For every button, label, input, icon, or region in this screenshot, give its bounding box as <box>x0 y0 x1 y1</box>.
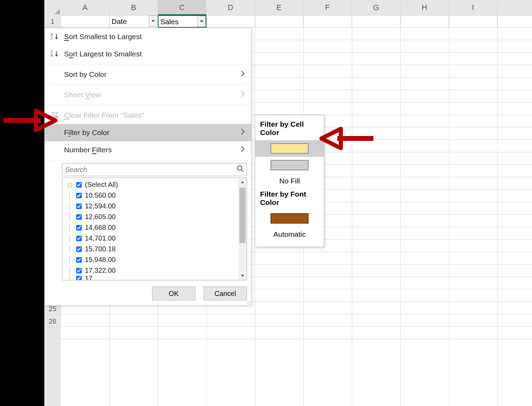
filter-dropdown-button[interactable] <box>197 16 206 27</box>
sort-asc-icon: AZ <box>49 33 61 41</box>
filter-value-checkbox[interactable] <box>76 246 82 252</box>
cell-A1[interactable] <box>61 15 109 28</box>
column-header-I[interactable]: I <box>449 0 497 15</box>
decorative-black-strip <box>0 0 44 406</box>
chevron-right-icon <box>241 128 245 137</box>
annotation-arrow-left <box>0 107 97 134</box>
filter-dropdown-button[interactable] <box>149 16 157 27</box>
cell-D1[interactable] <box>206 15 255 28</box>
filter-value-label: 14,668.00 <box>85 224 116 232</box>
sort-by-color[interactable]: Sort by Color <box>45 66 251 83</box>
column-header-A[interactable]: A <box>61 0 109 15</box>
filter-value-label: 15,700.18 <box>85 245 116 253</box>
cell-color-option-2[interactable] <box>255 157 324 173</box>
cell-I1[interactable] <box>449 15 497 28</box>
svg-point-4 <box>238 166 242 170</box>
filter-value-item[interactable]: ┆12,594.00 <box>66 201 238 211</box>
filter-value-item[interactable]: ┆14,668.00 <box>66 222 238 233</box>
scroll-up-icon[interactable] <box>238 178 247 186</box>
cell-G1[interactable] <box>352 15 400 28</box>
annotation-arrow-right <box>318 125 377 152</box>
cell-E1[interactable] <box>255 15 303 28</box>
column-header-H[interactable]: H <box>400 0 449 15</box>
filter-value-checkbox[interactable] <box>76 182 82 188</box>
sort-desc-icon: ZA <box>49 50 61 58</box>
filter-by-color-submenu: Filter by Cell Color No Fill Filter by F… <box>255 115 324 247</box>
filter-value-label: 12,594.00 <box>85 202 116 210</box>
filter-search-input[interactable] <box>62 163 247 176</box>
filter-value-label: 17,322.00 <box>85 267 116 274</box>
header-cell-B[interactable]: Date <box>109 15 158 28</box>
font-color-option-1[interactable] <box>255 210 324 227</box>
cancel-button[interactable]: Cancel <box>204 287 247 300</box>
cell-color-option-1[interactable] <box>255 140 324 157</box>
color-swatch-brown <box>271 213 309 224</box>
spreadsheet-area: ABCDEFGHI 12526 DateSales AZ Sort Smalle… <box>44 0 532 406</box>
sheet-view: Sheet View <box>45 86 251 103</box>
filter-values-list: ⊟(Select All)┆10,560.00┆12,594.00┆12,605… <box>62 178 247 280</box>
filter-value-checkbox[interactable] <box>76 236 82 241</box>
scrollbar[interactable] <box>238 178 247 280</box>
column-header-G[interactable]: G <box>352 0 400 15</box>
column-header-E[interactable]: E <box>255 0 303 15</box>
filter-search <box>62 163 247 176</box>
filter-value-item[interactable]: ┆15,948.00 <box>66 254 238 265</box>
no-fill-option[interactable]: No Fill <box>255 173 324 189</box>
filter-value-label: (Select All) <box>85 181 118 189</box>
svg-text:A: A <box>51 54 53 57</box>
sort-descending[interactable]: ZA Sort Largest to Smallest <box>45 45 251 63</box>
header-cell-C[interactable]: Sales <box>158 15 206 28</box>
number-filters[interactable]: Number Filters <box>45 141 251 159</box>
svg-text:Z: Z <box>51 36 53 40</box>
filter-dropdown-panel: AZ Sort Smallest to Largest ZA Sort Larg… <box>44 28 251 306</box>
color-swatch-yellow <box>271 143 309 154</box>
row-header-1[interactable]: 1 <box>44 15 61 28</box>
filter-value-checkbox[interactable] <box>76 268 82 273</box>
filter-value-checkbox[interactable] <box>76 204 82 209</box>
sort-asc-label: ort Smallest to Largest <box>69 33 142 40</box>
filter-value-item[interactable]: ┆12,605.00 <box>66 211 238 222</box>
filter-value-checkbox[interactable] <box>76 257 82 263</box>
cell-H1[interactable] <box>400 15 449 28</box>
sort-by-color-label: Sort by Color <box>64 70 251 79</box>
ok-button[interactable]: OK <box>152 287 195 300</box>
chevron-right-icon <box>241 146 245 154</box>
filter-value-label: 14,701.00 <box>85 234 116 242</box>
filter-by-cell-color-header: Filter by Cell Color <box>255 119 324 140</box>
filter-value-label: 15,948.00 <box>85 256 116 264</box>
filter-value-item[interactable]: ┆17,322.00 <box>66 265 238 276</box>
resize-grip[interactable] <box>245 299 250 304</box>
sort-desc-label: rt Largest to Smallest <box>73 50 142 58</box>
column-headers: ABCDEFGHI <box>61 0 532 16</box>
filter-value-label: 12,605.00 <box>85 213 116 221</box>
cell-F1[interactable] <box>303 15 352 28</box>
filter-by-font-color-header: Filter by Font Color <box>255 189 324 210</box>
filter-value-item[interactable]: ┆15,700.18 <box>66 244 238 254</box>
search-icon <box>237 165 244 174</box>
filter-value-checkbox[interactable] <box>76 214 82 220</box>
filter-value-item[interactable]: ⊟(Select All) <box>66 179 238 190</box>
filter-value-label: 10,560.00 <box>85 191 116 199</box>
select-all-corner[interactable] <box>44 0 61 16</box>
column-header-F[interactable]: F <box>303 0 352 15</box>
column-header-C[interactable]: C <box>158 0 206 15</box>
row-header-26[interactable]: 26 <box>44 315 61 327</box>
filter-value-item[interactable]: ┆10,560.00 <box>66 190 238 201</box>
chevron-right-icon <box>241 91 245 99</box>
filter-value-checkbox[interactable] <box>76 193 82 198</box>
color-swatch-gray <box>271 160 309 170</box>
scroll-thumb[interactable] <box>239 188 246 243</box>
sort-ascending[interactable]: AZ Sort Smallest to Largest <box>45 28 251 45</box>
filter-value-checkbox[interactable] <box>76 225 82 231</box>
filter-value-item[interactable]: ┆14,701.00 <box>66 233 238 244</box>
automatic-option[interactable]: Automatic <box>255 227 324 242</box>
scroll-down-icon[interactable] <box>238 272 247 280</box>
column-header-D[interactable]: D <box>206 0 255 15</box>
chevron-right-icon <box>241 70 245 79</box>
column-header-B[interactable]: B <box>109 0 158 15</box>
